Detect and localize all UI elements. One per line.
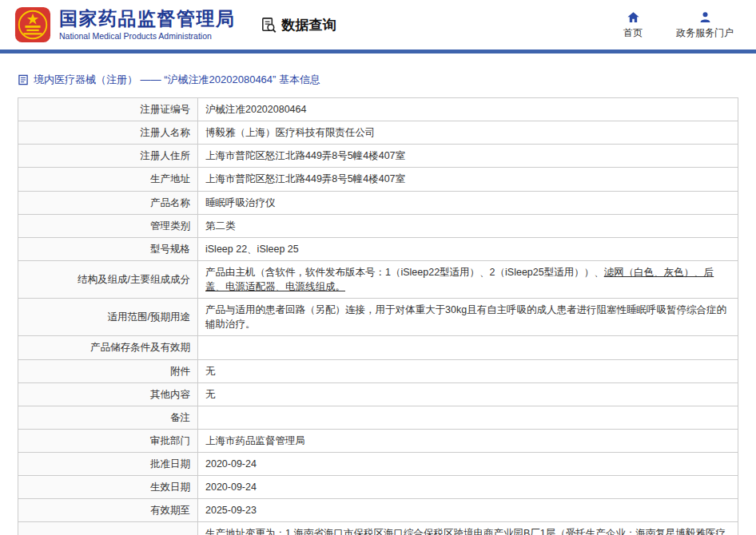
table-row: 生产地址 上海市普陀区怒江北路449弄8号5幢4楼407室 [18, 168, 738, 191]
national-emblem-icon [14, 6, 51, 43]
row-label: 注册人名称 [18, 121, 198, 145]
row-label: 注册证编号 [18, 98, 198, 121]
row-value: 产品由主机（含软件，软件发布版本号：1（iSleep22型适用）、2（iSlee… [198, 260, 738, 298]
table-row: 变更情况 生产地址变更为：1.海南省海口市保税区海口综合保税区跨境电商产业园B厂… [18, 522, 738, 535]
main-content: 境内医疗器械（注册） —— “沪械注准20202080464” 基本信息 注册证… [0, 54, 756, 535]
row-value: 生产地址变更为：1.海南省海口市保税区海口综合保税区跨境电商产业园B厂1层（受托… [198, 522, 738, 535]
nav-home[interactable]: 首页 [619, 10, 647, 40]
row-label: 附件 [18, 359, 198, 382]
table-row: 产品储存条件及有效期 [18, 336, 738, 359]
table-row: 批准日期 2020-09-24 [18, 453, 738, 476]
row-value: 2020-09-24 [198, 453, 738, 476]
row-label: 适用范围/预期用途 [18, 299, 198, 336]
row-value: 上海市药品监督管理局 [198, 429, 738, 452]
data-query-nav[interactable]: 数据查询 [260, 16, 336, 34]
row-value: 博毅雅（上海）医疗科技有限责任公司 [198, 121, 738, 145]
table-row: 附件 无 [18, 359, 738, 382]
table-row: 适用范围/预期用途 产品与适用的患者回路（另配）连接，用于对体重大于30kg且有… [18, 299, 738, 336]
row-label: 型号规格 [18, 237, 198, 260]
row-label: 生效日期 [18, 476, 198, 499]
data-query-label: 数据查询 [282, 16, 336, 34]
row-label: 批准日期 [18, 453, 198, 476]
registration-info-table: 注册证编号 沪械注准20202080464 注册人名称 博毅雅（上海）医疗科技有… [18, 97, 738, 535]
document-icon [18, 74, 29, 85]
row-value: 上海市普陀区怒江北路449弄8号5幢4楼407室 [198, 145, 738, 168]
table-row: 其他内容 无 [18, 382, 738, 406]
nav-portal[interactable]: 政务服务门户 [676, 10, 734, 40]
row-value [198, 336, 738, 359]
nmpa-logo[interactable]: 国家药品监督管理局 National Medical Products Admi… [14, 6, 236, 43]
home-icon [627, 10, 640, 24]
table-row: 产品名称 睡眠呼吸治疗仪 [18, 191, 738, 214]
row-value [198, 406, 738, 429]
row-label: 备注 [18, 406, 198, 429]
row-value: 沪械注准20202080464 [198, 98, 738, 121]
table-row: 生效日期 2020-09-24 [18, 476, 738, 499]
row-label: 变更情况 [18, 522, 198, 535]
org-name-cn: 国家药品监督管理局 [59, 9, 236, 29]
header-right-nav: 首页 政务服务门户 [619, 10, 734, 40]
table-row: 注册人名称 博毅雅（上海）医疗科技有限责任公司 [18, 121, 738, 145]
table-row: 有效期至 2025-09-23 [18, 499, 738, 522]
nav-portal-label: 政务服务门户 [676, 26, 734, 40]
row-label: 管理类别 [18, 214, 198, 237]
composition-text: 产品由主机（含软件，软件发布版本号：1（iSleep22型适用）、2（iSlee… [205, 267, 604, 278]
row-value: 无 [198, 359, 738, 382]
row-value: 2025-09-23 [198, 499, 738, 522]
row-label: 产品储存条件及有效期 [18, 336, 198, 359]
org-names: 国家药品监督管理局 National Medical Products Admi… [59, 9, 236, 41]
row-value: 2020-09-24 [198, 476, 738, 499]
row-value: 睡眠呼吸治疗仪 [198, 191, 738, 214]
table-row: 备注 [18, 406, 738, 429]
row-value: 产品与适用的患者回路（另配）连接，用于对体重大于30kg且有自主呼吸的成人患者进… [198, 299, 738, 336]
table-row: 管理类别 第二类 [18, 214, 738, 237]
table-row: 型号规格 iSleep 22、iSleep 25 [18, 237, 738, 260]
row-value: 上海市普陀区怒江北路449弄8号5幢4楼407室 [198, 168, 738, 191]
row-value: 无 [198, 382, 738, 406]
row-label: 有效期至 [18, 499, 198, 522]
org-name-en: National Medical Products Administration [59, 31, 236, 41]
table-row: 审批部门 上海市药品监督管理局 [18, 429, 738, 452]
row-label: 审批部门 [18, 429, 198, 452]
breadcrumb: 境内医疗器械（注册） —— “沪械注准20202080464” 基本信息 [18, 73, 738, 87]
row-label: 结构及组成/主要组成成分 [18, 260, 198, 298]
nav-home-label: 首页 [623, 26, 643, 40]
row-value: 第二类 [198, 214, 738, 237]
table-row: 结构及组成/主要组成成分 产品由主机（含软件，软件发布版本号：1（iSleep2… [18, 260, 738, 298]
header: 国家药品监督管理局 National Medical Products Admi… [0, 0, 756, 50]
row-label: 生产地址 [18, 168, 198, 191]
document-search-icon [260, 16, 278, 34]
table-row: 注册证编号 沪械注准20202080464 [18, 98, 738, 121]
breadcrumb-text: 境内医疗器械（注册） —— “沪械注准20202080464” 基本信息 [34, 73, 320, 87]
row-label: 注册人住所 [18, 145, 198, 168]
person-icon [698, 10, 712, 24]
row-label: 产品名称 [18, 191, 198, 214]
row-label: 其他内容 [18, 382, 198, 406]
table-row: 注册人住所 上海市普陀区怒江北路449弄8号5幢4楼407室 [18, 145, 738, 168]
row-value: iSleep 22、iSleep 25 [198, 237, 738, 260]
